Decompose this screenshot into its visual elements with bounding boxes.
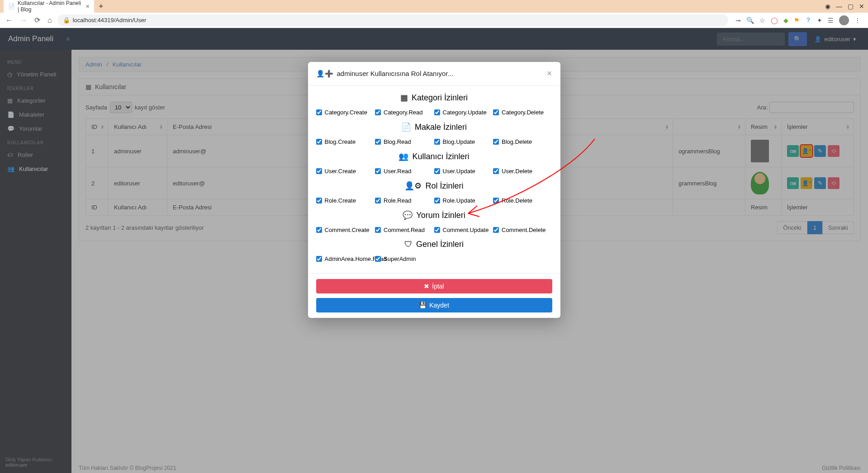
perm-checkbox-item[interactable]: User.Create [316, 166, 375, 176]
perm-checkbox[interactable] [375, 168, 381, 174]
perm-checkbox-item[interactable]: Role.Update [434, 195, 493, 206]
perm-checkbox-item[interactable]: Role.Create [316, 195, 375, 206]
tab-title: Kullanıcılar - Admin Paneli | Blog [18, 0, 83, 13]
perm-checkbox-item[interactable]: User.Read [375, 166, 434, 176]
perm-label: Category.Update [443, 109, 487, 116]
perm-checkbox-item[interactable]: Blog.Read [375, 137, 434, 147]
new-tab-button[interactable]: + [99, 2, 104, 11]
perm-label: User.Delete [502, 168, 532, 175]
perm-checkbox[interactable] [375, 227, 381, 233]
perm-checkbox[interactable] [375, 256, 381, 262]
perm-label: Comment.Create [325, 227, 370, 233]
section-title-text: Yorum İzinleri [416, 211, 465, 220]
perm-checkbox[interactable] [316, 227, 322, 233]
perm-checkbox-item[interactable]: User.Update [434, 166, 493, 176]
perm-checkbox-item[interactable]: Category.Create [316, 107, 375, 118]
perm-section-title: ▦Kategori İzinleri [316, 93, 552, 103]
modal-title-text: adminuser Kullanıcısına Rol Atanıyor... [337, 70, 454, 77]
perm-checkbox-item[interactable]: Comment.Read [375, 225, 434, 235]
th-icon: ▦ [400, 93, 408, 103]
window-controls: ◉ — ▢ ✕ [825, 3, 864, 10]
perm-checkbox[interactable] [434, 168, 440, 174]
perm-checkbox-item[interactable]: User.Delete [493, 166, 552, 176]
file-icon: 📄 [401, 122, 411, 132]
perm-label: Role.Create [325, 197, 356, 204]
perm-checkbox-item[interactable]: Blog.Update [434, 137, 493, 147]
ext2-icon[interactable]: ⚑ [794, 17, 800, 24]
back-icon[interactable]: ← [4, 16, 14, 24]
perm-checkbox-item[interactable]: Comment.Create [316, 225, 375, 235]
browser-tab[interactable]: 📄 Kullanıcılar - Admin Paneli | Blog × [4, 0, 94, 14]
perm-checkbox[interactable] [493, 139, 499, 145]
menu-icon[interactable]: ⋮ [854, 17, 861, 24]
save-icon: 💾 [419, 302, 427, 309]
perm-checkbox[interactable] [434, 109, 440, 115]
perm-label: Blog.Delete [502, 138, 532, 145]
close-window-icon[interactable]: ✕ [859, 3, 864, 10]
perm-checkbox-item[interactable]: Category.Update [434, 107, 493, 118]
perm-checkbox-item[interactable]: SuperAdmin [375, 254, 434, 264]
perm-row: Category.CreateCategory.ReadCategory.Upd… [316, 107, 552, 118]
perm-section-title: 👤⚙Rol İzinleri [316, 181, 552, 191]
modal-close-button[interactable]: × [547, 68, 552, 79]
perm-checkbox[interactable] [375, 139, 381, 145]
section-title-text: Rol İzinleri [425, 181, 463, 191]
perm-section-title: 📄Makale İzinleri [316, 122, 552, 132]
perm-label: Comment.Read [384, 227, 425, 233]
perm-label: Blog.Read [384, 138, 411, 145]
perm-checkbox[interactable] [493, 227, 499, 233]
perm-checkbox[interactable] [434, 198, 440, 203]
perm-checkbox[interactable] [493, 198, 499, 203]
save-button[interactable]: 💾 Kaydet [316, 298, 552, 312]
lock-icon: 🔒 [63, 17, 70, 24]
perm-checkbox[interactable] [316, 139, 322, 145]
key-icon[interactable]: ⊸ [735, 17, 741, 24]
perm-checkbox[interactable] [316, 198, 322, 203]
perm-checkbox-item[interactable]: Role.Delete [493, 195, 552, 206]
perm-checkbox[interactable] [375, 109, 381, 115]
perm-checkbox-item[interactable]: Role.Read [375, 195, 434, 206]
perm-row: AdminArea.Home.ReadSuperAdmin [316, 254, 552, 264]
forward-icon[interactable]: → [18, 16, 29, 24]
perm-checkbox[interactable] [434, 139, 440, 145]
perm-row: Role.CreateRole.ReadRole.UpdateRole.Dele… [316, 195, 552, 206]
perm-checkbox[interactable] [316, 256, 322, 262]
perm-checkbox-item[interactable]: Blog.Delete [493, 137, 552, 147]
cancel-label: İptal [432, 283, 444, 290]
perm-checkbox[interactable] [493, 109, 499, 115]
star-icon[interactable]: ☆ [759, 17, 765, 24]
ext1-icon[interactable]: ◆ [783, 17, 788, 24]
perm-checkbox[interactable] [316, 109, 322, 115]
perm-checkbox[interactable] [434, 227, 440, 233]
close-tab-icon[interactable]: × [86, 3, 90, 10]
perm-section-title: 💬Yorum İzinleri [316, 210, 552, 220]
section-title-text: Makale İzinleri [415, 123, 467, 132]
comments-icon: 💬 [403, 210, 413, 220]
reading-list-icon[interactable]: ☰ [828, 17, 834, 24]
ext3-icon[interactable]: ？ [805, 16, 811, 24]
opera-icon[interactable]: ◯ [771, 17, 778, 24]
perm-checkbox-item[interactable]: Comment.Delete [493, 225, 552, 235]
reload-icon[interactable]: ⟳ [33, 16, 42, 24]
perm-checkbox-item[interactable]: AdminArea.Home.Read [316, 254, 375, 264]
perm-checkbox-item[interactable]: Category.Delete [493, 107, 552, 118]
user-plus-icon: 👤➕ [316, 70, 333, 78]
perm-checkbox-item[interactable]: Blog.Create [316, 137, 375, 147]
home-icon[interactable]: ⌂ [46, 16, 54, 24]
perm-label: Blog.Update [443, 138, 475, 145]
maximize-icon[interactable]: ▢ [848, 3, 854, 10]
cancel-button[interactable]: ✖ İptal [316, 279, 552, 293]
zoom-icon[interactable]: 🔍 [746, 17, 754, 24]
perm-checkbox[interactable] [375, 198, 381, 203]
perm-checkbox[interactable] [316, 168, 322, 174]
extensions-icon[interactable]: ✦ [817, 17, 822, 24]
address-bar[interactable]: 🔒 localhost:44319/Admin/User [57, 14, 728, 26]
perm-checkbox-item[interactable]: Category.Read [375, 107, 434, 118]
perm-label: SuperAdmin [384, 255, 416, 262]
profile-avatar[interactable] [839, 15, 849, 25]
section-title-text: Kullanıcı İzinleri [412, 152, 469, 161]
perm-checkbox-item[interactable]: Comment.Update [434, 225, 493, 235]
minimize-icon[interactable]: — [836, 3, 842, 10]
perm-row: Blog.CreateBlog.ReadBlog.UpdateBlog.Dele… [316, 137, 552, 147]
perm-checkbox[interactable] [493, 168, 499, 174]
